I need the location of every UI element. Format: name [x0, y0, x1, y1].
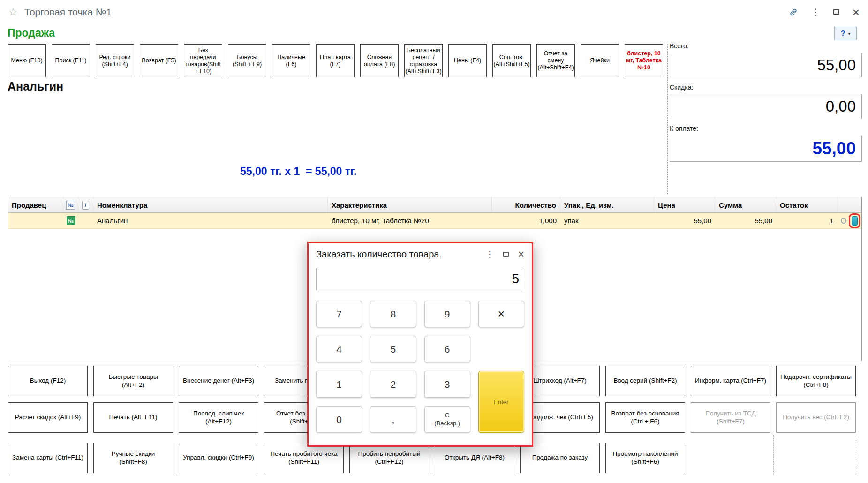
key-4[interactable]: 4 — [316, 336, 362, 362]
shift-report-button[interactable]: Отчет за смену (Alt+Shift+F4) — [536, 44, 575, 77]
exit-button[interactable]: Выход (F12) — [8, 366, 88, 396]
key-0[interactable]: 0 — [316, 406, 362, 433]
print-printed-receipt-button[interactable]: Печать пробитого чека (Shift+F11) — [264, 443, 344, 473]
enter-series-button[interactable]: Ввод серий (Shift+F2) — [605, 366, 685, 396]
managed-discounts-button[interactable]: Управл. скидки (Ctrl+F9) — [179, 443, 258, 473]
info-card-button[interactable]: Информ. карта (Ctrl+F7) — [691, 366, 770, 396]
bonuses-button[interactable]: Бонусы (Shift + F9) — [228, 44, 266, 77]
key-5[interactable]: 5 — [370, 336, 416, 362]
col-header-nomenclature[interactable]: Номенклатура — [93, 197, 328, 212]
replace-card-button[interactable]: Замена карты (Ctrl+F11) — [8, 443, 88, 473]
col-header-stock[interactable]: Остаток — [776, 197, 837, 212]
discount-field[interactable]: 0,00 — [670, 94, 862, 119]
col-header-number[interactable]: № — [63, 197, 78, 212]
quantity-dialog: Заказать количество товара. ⋮ × 5 7 8 9 … — [307, 242, 533, 447]
key-8[interactable]: 8 — [370, 301, 416, 327]
row-cell-quantity: 1,000 — [492, 213, 560, 228]
quick-product-button[interactable]: блистер, 10 мг, Таблетка №10 — [625, 44, 663, 77]
payment-card-button[interactable]: Плат. карта (F7) — [316, 44, 355, 77]
dialog-controls: ⋮ × — [486, 249, 524, 260]
last-slip-receipt-button[interactable]: Послед. слип чек (Alt+F12) — [179, 402, 258, 433]
row-cell-icons — [837, 213, 861, 228]
get-weight-button: Получить вес (Ctrl+F2) — [776, 402, 856, 433]
cells-button[interactable]: Ячейки — [581, 44, 619, 77]
row-cell-seller — [8, 213, 63, 228]
product-title: Анальгин — [8, 80, 63, 93]
col-header-seller[interactable]: Продавец — [8, 197, 63, 212]
document-info-icon: i — [82, 201, 89, 210]
key-1[interactable]: 1 — [316, 371, 362, 398]
key-9[interactable]: 9 — [424, 301, 470, 327]
window-more-menu-icon[interactable]: ⋮ — [811, 7, 820, 17]
col-header-characteristic[interactable]: Характеристика — [328, 197, 492, 212]
quantity-marker-icon[interactable] — [852, 216, 858, 226]
calc-line: 55,00 тг. х 1 = 55,00 тг. — [240, 165, 357, 178]
no-goods-transfer-button[interactable]: Без передачи товаров(Shift + F10) — [184, 44, 222, 77]
dialog-more-menu-icon[interactable]: ⋮ — [486, 249, 494, 259]
col-header-quantity[interactable]: Количество — [492, 197, 560, 212]
status-ring-icon — [841, 218, 846, 224]
due-field[interactable]: 55,00 — [670, 136, 862, 162]
maximize-icon[interactable] — [833, 9, 839, 15]
prices-button[interactable]: Цены (F4) — [448, 44, 487, 77]
link-icon[interactable] — [789, 8, 798, 17]
help-icon: ? — [841, 30, 845, 38]
dialog-close-icon[interactable]: × — [518, 249, 524, 260]
free-prescription-button[interactable]: Бесплатный рецепт / страховка (Alt+Shift… — [404, 44, 443, 77]
dialog-title: Заказать количество товара. — [316, 249, 442, 260]
table-header-row: Продавец № i Номенклатура Характеристика… — [8, 197, 861, 213]
numeric-keypad: 7 8 9 × 4 5 6 1 2 3 Enter 0 , С (Backsp.… — [316, 301, 524, 433]
favorite-star-icon[interactable]: ☆ — [8, 6, 18, 18]
quick-goods-button[interactable]: Быстрые товары (Alt+F2) — [93, 366, 173, 396]
row-cell-nomenclature: Анальгин — [93, 213, 328, 228]
dialog-maximize-icon[interactable] — [503, 252, 509, 257]
close-icon[interactable]: × — [853, 6, 860, 18]
return-no-reason-button[interactable]: Возврат без основания (Ctrl + F6) — [605, 402, 685, 433]
window-title: Торговая точка №1 — [24, 7, 112, 18]
titlebar: ☆ Торговая точка №1 ⋮ × — [0, 0, 868, 24]
chevron-down-icon: ▾ — [848, 31, 851, 36]
print-button[interactable]: Печать (Alt+F11) — [93, 402, 173, 433]
col-header-icons — [837, 197, 861, 212]
punch-unpunched-button[interactable]: Пробить непробитый (Ctrl+F12) — [349, 443, 429, 473]
key-6[interactable]: 6 — [424, 336, 470, 362]
menu-button[interactable]: Меню (F10) — [8, 44, 46, 77]
sale-by-order-button[interactable]: Продажа по заказу — [520, 443, 600, 473]
gift-certificates-button[interactable]: Подарочн. сертификаты (Ctrl+F8) — [776, 366, 856, 396]
quantity-input[interactable]: 5 — [316, 268, 524, 290]
panel-separator — [667, 44, 668, 194]
help-button[interactable]: ? ▾ — [834, 27, 857, 40]
cash-button[interactable]: Наличные (F6) — [272, 44, 310, 77]
table-row[interactable]: № Анальгин блистер, 10 мг, Таблетка №20 … — [8, 213, 861, 229]
total-label: Всего: — [670, 42, 689, 50]
dialog-titlebar: Заказать количество товара. ⋮ × — [309, 243, 532, 265]
complex-payment-button[interactable]: Сложная оплата (F8) — [360, 44, 399, 77]
col-header-price[interactable]: Цена — [654, 197, 715, 212]
discount-calc-button[interactable]: Расчет скидок (Alt+F9) — [8, 402, 88, 433]
key-comma[interactable]: , — [370, 406, 416, 433]
grid-separator — [856, 435, 856, 475]
view-accumulations-button[interactable]: Просмотр накоплений (Shift+F6) — [605, 443, 685, 473]
search-button[interactable]: Поиск (F11) — [52, 44, 90, 77]
edit-row-button[interactable]: Ред. строки (Shift+F4) — [96, 44, 134, 77]
deposit-money-button[interactable]: Внесение денег (Alt+F3) — [179, 366, 258, 396]
col-header-sum[interactable]: Сумма — [715, 197, 776, 212]
total-field[interactable]: 55,00 — [670, 53, 862, 77]
open-cash-drawer-button[interactable]: Открыть ДЯ (Alt+F8) — [435, 443, 514, 473]
return-button[interactable]: Возврат (F5) — [140, 44, 178, 77]
toolbar: Меню (F10) Поиск (F11) Ред. строки (Shif… — [8, 44, 663, 77]
key-3[interactable]: 3 — [424, 371, 470, 398]
related-goods-button[interactable]: Соп. тов. (Alt+Shift+F5) — [492, 44, 531, 77]
row-cell-characteristic: блистер, 10 мг, Таблетка №20 — [328, 213, 492, 228]
row-cell-unit: упак — [560, 213, 654, 228]
key-multiply[interactable]: × — [478, 301, 524, 327]
manual-discounts-button[interactable]: Ручные скидки (Shift+F8) — [93, 443, 173, 473]
key-7[interactable]: 7 — [316, 301, 362, 327]
col-header-info[interactable]: i — [78, 197, 93, 212]
col-header-unit[interactable]: Упак., Ед. изм. — [560, 197, 654, 212]
discount-label: Скидка: — [670, 83, 693, 91]
key-backspace[interactable]: С (Backsp.) — [424, 406, 470, 433]
key-2[interactable]: 2 — [370, 371, 416, 398]
get-from-tsd-button: Получить из ТСД (Shift+F7) — [691, 402, 770, 433]
key-enter[interactable]: Enter — [478, 371, 524, 433]
